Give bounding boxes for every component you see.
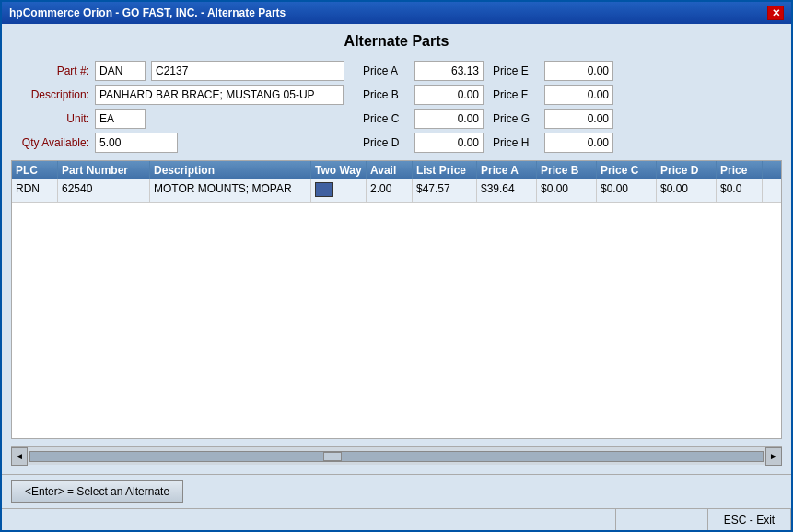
part1-input[interactable] bbox=[95, 61, 146, 81]
title-bar: hpCommerce Orion - GO FAST, INC. - Alter… bbox=[2, 2, 791, 24]
status-segment-2 bbox=[616, 509, 708, 530]
part-label: Part #: bbox=[11, 64, 89, 77]
qty-row: Qty Available: bbox=[11, 133, 344, 153]
col-header-priced: Price D bbox=[657, 161, 717, 179]
price-h-label: Price H bbox=[493, 136, 539, 149]
horizontal-scrollbar[interactable]: ◄ ► bbox=[11, 446, 782, 465]
scroll-thumb[interactable] bbox=[323, 452, 342, 461]
price-a-label: Price A bbox=[363, 64, 409, 77]
col-header-twoway: Two Way bbox=[311, 161, 367, 179]
unit-row: Unit: bbox=[11, 109, 344, 129]
description-label: Description: bbox=[11, 88, 89, 101]
price-e-row: Price E bbox=[493, 61, 613, 81]
col-header-desc: Description bbox=[150, 161, 311, 179]
price-d-label: Price D bbox=[363, 136, 409, 149]
unit-label: Unit: bbox=[11, 112, 89, 125]
td-pricex: $0.0 bbox=[717, 179, 763, 202]
table-container: PLC Part Number Description Two Way Avai… bbox=[11, 160, 782, 439]
price-g-label: Price G bbox=[493, 112, 539, 125]
prices-col-left: Price A Price B Price C Price D bbox=[363, 61, 484, 153]
price-c-label: Price C bbox=[363, 112, 409, 125]
main-content: Alternate Parts Part #: Description: Uni… bbox=[2, 24, 791, 474]
table-body: RDN 62540 MOTOR MOUNTS; MOPAR 2.00 $47.5… bbox=[12, 179, 781, 438]
bottom-bar: <Enter> = Select an Alternate bbox=[2, 474, 791, 508]
col-header-partnum: Part Number bbox=[58, 161, 150, 179]
price-c-input[interactable] bbox=[414, 109, 484, 129]
description-row: Description: bbox=[11, 85, 344, 105]
col-header-priceb: Price B bbox=[537, 161, 597, 179]
main-window: hpCommerce Orion - GO FAST, INC. - Alter… bbox=[0, 0, 793, 532]
scroll-right-arrow[interactable]: ► bbox=[765, 447, 782, 466]
price-h-row: Price H bbox=[493, 133, 613, 153]
unit-input[interactable] bbox=[95, 109, 146, 129]
prices-container: Price A Price B Price C Price D bbox=[363, 61, 613, 153]
prices-col-right: Price E Price F Price G Price H bbox=[493, 61, 613, 153]
td-plc: RDN bbox=[12, 179, 58, 202]
price-e-input[interactable] bbox=[544, 61, 613, 81]
price-d-row: Price D bbox=[363, 133, 484, 153]
price-b-row: Price B bbox=[363, 85, 484, 105]
window-title: hpCommerce Orion - GO FAST, INC. - Alter… bbox=[9, 6, 286, 19]
qty-input[interactable] bbox=[95, 133, 178, 153]
price-a-row: Price A bbox=[363, 61, 484, 81]
table-header: PLC Part Number Description Two Way Avai… bbox=[12, 161, 781, 179]
td-listprice: $47.57 bbox=[413, 179, 477, 202]
price-g-row: Price G bbox=[493, 109, 613, 129]
td-pricec: $0.00 bbox=[597, 179, 657, 202]
scroll-left-arrow[interactable]: ◄ bbox=[11, 447, 28, 466]
page-title: Alternate Parts bbox=[11, 33, 782, 50]
form-left: Part #: Description: Unit: Qty Available… bbox=[11, 61, 344, 153]
td-partnum: 62540 bbox=[58, 179, 150, 202]
esc-segment[interactable]: ESC - Exit bbox=[708, 509, 791, 530]
price-e-label: Price E bbox=[493, 64, 539, 77]
price-h-input[interactable] bbox=[544, 133, 613, 153]
col-header-plc: PLC bbox=[12, 161, 58, 179]
price-b-label: Price B bbox=[363, 88, 409, 101]
col-header-avail: Avail bbox=[367, 161, 413, 179]
price-c-row: Price C bbox=[363, 109, 484, 129]
table-row[interactable]: RDN 62540 MOTOR MOUNTS; MOPAR 2.00 $47.5… bbox=[12, 179, 781, 203]
price-a-input[interactable] bbox=[414, 61, 484, 81]
col-header-listprice: List Price bbox=[413, 161, 477, 179]
col-header-pricec: Price C bbox=[597, 161, 657, 179]
td-twoway bbox=[311, 179, 367, 202]
status-bar: ESC - Exit bbox=[2, 508, 791, 530]
price-g-input[interactable] bbox=[544, 109, 613, 129]
esc-label: ESC - Exit bbox=[724, 514, 775, 526]
form-area: Part #: Description: Unit: Qty Available… bbox=[11, 61, 782, 153]
price-f-row: Price F bbox=[493, 85, 613, 105]
col-header-pricea: Price A bbox=[477, 161, 537, 179]
scroll-track[interactable] bbox=[29, 451, 764, 462]
price-b-input[interactable] bbox=[414, 85, 484, 105]
price-f-label: Price F bbox=[493, 88, 539, 101]
qty-label: Qty Available: bbox=[11, 136, 89, 149]
part2-input[interactable] bbox=[151, 61, 344, 81]
status-segment-1 bbox=[2, 509, 616, 530]
twoway-checkbox[interactable] bbox=[315, 182, 333, 197]
td-avail: 2.00 bbox=[367, 179, 413, 202]
td-priced: $0.00 bbox=[657, 179, 717, 202]
description-input[interactable] bbox=[95, 85, 344, 105]
part-row: Part #: bbox=[11, 61, 344, 81]
close-button[interactable]: ✕ bbox=[767, 6, 784, 20]
col-header-pricex: Price bbox=[717, 161, 763, 179]
enter-select-button[interactable]: <Enter> = Select an Alternate bbox=[11, 480, 183, 503]
td-desc: MOTOR MOUNTS; MOPAR bbox=[150, 179, 311, 202]
td-pricea: $39.64 bbox=[477, 179, 537, 202]
price-d-input[interactable] bbox=[414, 133, 484, 153]
td-priceb: $0.00 bbox=[537, 179, 597, 202]
price-f-input[interactable] bbox=[544, 85, 613, 105]
